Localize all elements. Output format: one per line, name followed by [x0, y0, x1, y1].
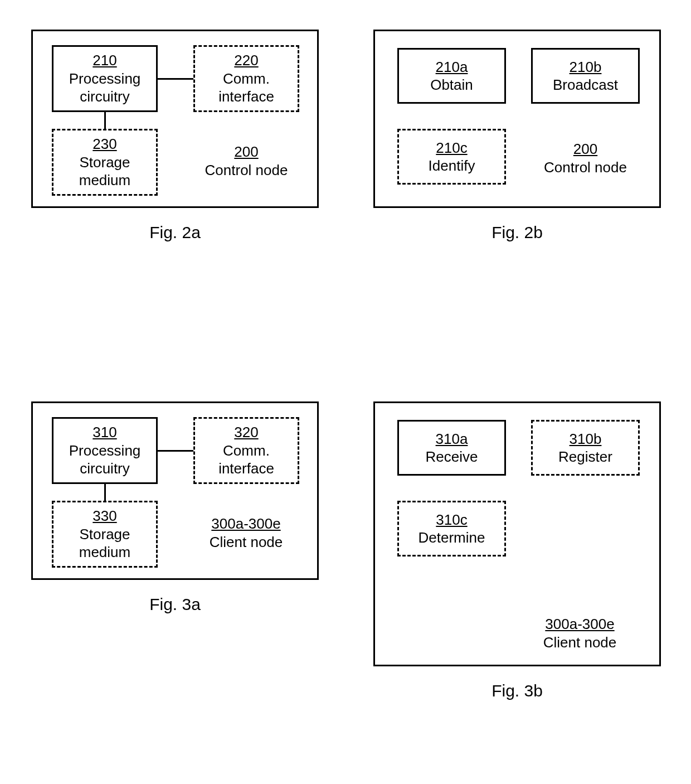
caption-fig3a: Fig. 3a — [31, 595, 319, 614]
panel-fig2b: 210a Obtain 210b Broadcast 210c Identify… — [373, 30, 661, 208]
node-label-3a: 300a-300e Client node — [186, 515, 306, 551]
box-310c: 310c Determine — [397, 501, 506, 556]
label-320: Comm. interface — [218, 442, 274, 478]
node-label-2b: 200 Control node — [531, 140, 640, 176]
box-310b: 310b Register — [531, 420, 640, 476]
ref-320: 320 — [234, 423, 258, 442]
ref-310b: 310b — [570, 430, 602, 448]
label-210b: Broadcast — [553, 76, 618, 94]
label-300-3a: Client node — [210, 534, 283, 550]
label-210c: Identify — [429, 157, 475, 175]
label-210: Processing circuitry — [69, 70, 141, 106]
connector-310-330 — [104, 484, 106, 501]
box-320: 320 Comm. interface — [193, 417, 299, 484]
box-210c: 210c Identify — [397, 129, 506, 185]
label-200-2a: Control node — [205, 162, 288, 178]
box-330: 330 Storage medium — [52, 501, 158, 568]
box-210: 210 Processing circuitry — [52, 45, 158, 112]
label-210a: Obtain — [430, 76, 473, 94]
caption-fig2a: Fig. 2a — [31, 223, 319, 242]
label-310: Processing circuitry — [69, 442, 141, 478]
box-310a: 310a Receive — [397, 420, 506, 476]
node-label-2a: 200 Control node — [193, 143, 299, 179]
node-label-3b: 300a-300e Client node — [520, 615, 640, 651]
ref-300-3a: 300a-300e — [211, 515, 280, 532]
panel-fig3a: 310 Processing circuitry 320 Comm. inter… — [31, 401, 319, 580]
label-310b: Register — [558, 448, 612, 466]
ref-210b: 210b — [570, 58, 602, 76]
box-220: 220 Comm. interface — [193, 45, 299, 112]
label-300-3b: Client node — [543, 634, 617, 651]
box-210a: 210a Obtain — [397, 48, 506, 104]
connector-210-220 — [158, 78, 193, 80]
label-310c: Determine — [419, 529, 485, 547]
ref-200-2b: 200 — [573, 141, 597, 157]
label-230: Storage medium — [79, 153, 130, 190]
ref-310a: 310a — [436, 430, 468, 448]
connector-310-320 — [158, 450, 193, 452]
box-310: 310 Processing circuitry — [52, 417, 158, 484]
ref-330: 330 — [93, 507, 116, 525]
caption-fig2b: Fig. 2b — [373, 223, 661, 242]
box-210b: 210b Broadcast — [531, 48, 640, 104]
ref-300-3b: 300a-300e — [545, 616, 614, 632]
ref-210: 210 — [93, 51, 116, 70]
ref-210a: 210a — [436, 58, 468, 76]
caption-fig3b: Fig. 3b — [373, 681, 661, 700]
label-220: Comm. interface — [218, 70, 274, 106]
ref-310: 310 — [93, 423, 116, 442]
label-310a: Receive — [426, 448, 478, 466]
ref-220: 220 — [234, 51, 258, 70]
ref-200-2a: 200 — [234, 143, 258, 160]
ref-210c: 210c — [436, 139, 467, 157]
panel-fig3b: 310a Receive 310b Register 310c Determin… — [373, 401, 661, 666]
panel-fig2a: 210 Processing circuitry 220 Comm. inter… — [31, 30, 319, 208]
ref-310c: 310c — [436, 511, 467, 529]
label-200-2b: Control node — [544, 159, 627, 176]
box-230: 230 Storage medium — [52, 129, 158, 196]
connector-210-230 — [104, 112, 106, 129]
ref-230: 230 — [93, 135, 116, 153]
label-330: Storage medium — [79, 525, 130, 562]
